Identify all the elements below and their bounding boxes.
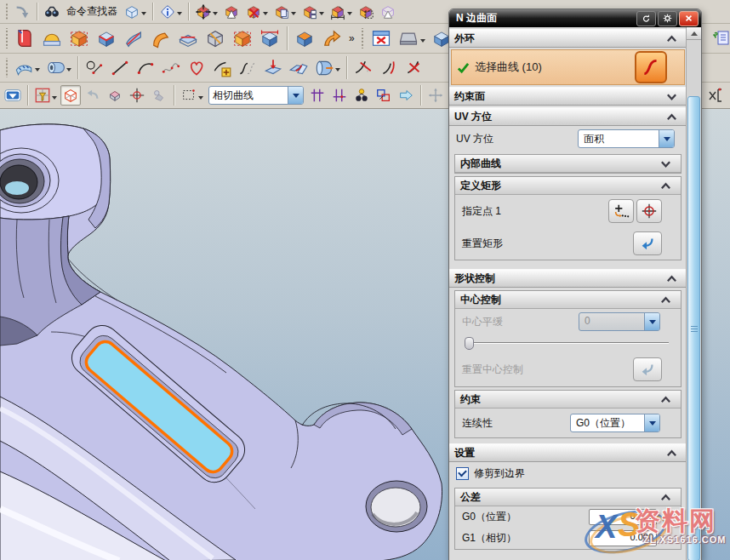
- section-shape-control[interactable]: 形状控制: [449, 269, 687, 288]
- selection-filter-icon[interactable]: [32, 85, 59, 106]
- delete-curve-icon[interactable]: [402, 56, 426, 80]
- center-flat-slider[interactable]: [464, 336, 670, 349]
- view-cube-icon[interactable]: [122, 2, 148, 22]
- window-close-icon[interactable]: [368, 26, 394, 51]
- erase-highlight-icon[interactable]: [105, 85, 125, 106]
- dropdown-arrow-icon[interactable]: [291, 12, 296, 18]
- trim-sheet-icon[interactable]: [175, 26, 201, 51]
- intersection-snap-icon[interactable]: [307, 85, 328, 106]
- find-component-icon[interactable]: [351, 85, 372, 106]
- dropdown-arrow-icon[interactable]: [420, 39, 425, 45]
- command-finder-icon[interactable]: [42, 2, 62, 22]
- chevron-up-icon[interactable]: [661, 113, 682, 121]
- dialog-settings-gear-icon[interactable]: [658, 11, 677, 26]
- spinner-down-icon[interactable]: [644, 313, 659, 330]
- measure-cube-icon[interactable]: [328, 2, 354, 22]
- dropdown-arrow-icon[interactable]: [66, 68, 71, 74]
- toolbar-grip[interactable]: [4, 58, 9, 77]
- uv-orientation-dropdown[interactable]: 面积: [578, 129, 675, 148]
- toolbar-grip[interactable]: [4, 28, 9, 49]
- type-filter-dropdown[interactable]: [3, 85, 23, 106]
- pan-icon[interactable]: [425, 85, 446, 106]
- dropdown-arrow-icon[interactable]: [644, 414, 659, 431]
- select-curve-row[interactable]: 选择曲线 (10): [451, 49, 685, 85]
- intersection-snap2-icon[interactable]: [329, 85, 350, 106]
- reset-center-button[interactable]: [633, 357, 662, 381]
- dropdown-arrow-icon[interactable]: [263, 12, 268, 18]
- scroll-up-icon[interactable]: [687, 27, 701, 40]
- band-box-icon[interactable]: [94, 26, 119, 51]
- section-constraints[interactable]: 约束: [455, 391, 681, 409]
- sheet-swoosh-icon[interactable]: [121, 26, 146, 51]
- dialog-reset-button[interactable]: [636, 11, 656, 26]
- dropdown-arrow-icon[interactable]: [213, 12, 218, 18]
- chevron-up-icon[interactable]: [655, 182, 676, 190]
- studio-spline-icon[interactable]: [159, 56, 183, 80]
- blend-icon[interactable]: [148, 26, 174, 51]
- offset-face-icon[interactable]: [257, 26, 282, 51]
- bounded-plane-icon[interactable]: [230, 26, 255, 51]
- dialog-titlebar[interactable]: N 边曲面: [449, 9, 701, 27]
- curve-on-surface-icon[interactable]: [210, 56, 234, 80]
- profile-icon[interactable]: [83, 56, 106, 80]
- line-icon[interactable]: [108, 56, 132, 80]
- curve-rule-button[interactable]: [635, 51, 667, 83]
- dropdown-arrow-icon[interactable]: [319, 12, 324, 18]
- chevron-up-icon[interactable]: [655, 396, 676, 403]
- chevron-down-icon[interactable]: [655, 160, 676, 168]
- select-stack-icon[interactable]: [374, 85, 394, 106]
- scrollbar-thumb[interactable]: [687, 96, 700, 560]
- section-outer-loop[interactable]: 外环: [449, 29, 687, 48]
- trim-curve-icon[interactable]: [351, 56, 375, 80]
- extend-curve-icon[interactable]: [377, 56, 401, 80]
- ghost-cube-icon[interactable]: [378, 2, 398, 22]
- marquee-select-icon[interactable]: [179, 85, 205, 106]
- surface-check-icon[interactable]: [12, 56, 42, 80]
- wrap-curve-icon[interactable]: [312, 56, 342, 80]
- chevron-up-icon[interactable]: [661, 449, 682, 457]
- curve-rule-combo[interactable]: 相切曲线: [208, 86, 304, 105]
- snap-cube-icon[interactable]: [60, 85, 81, 106]
- part-navigator-icon[interactable]: [710, 26, 730, 49]
- arc-icon[interactable]: [134, 56, 157, 80]
- dropdown-arrow-icon[interactable]: [177, 12, 182, 18]
- g0-tolerance-input[interactable]: 0.025: [589, 509, 657, 525]
- section-interior-curves[interactable]: 内部曲线: [455, 155, 681, 173]
- marquee-cube-icon[interactable]: [356, 2, 376, 22]
- dome-feature-icon[interactable]: [39, 26, 65, 51]
- chevron-up-icon[interactable]: [661, 35, 682, 43]
- swept-icon[interactable]: [319, 26, 345, 51]
- extrude-icon[interactable]: [66, 26, 92, 51]
- section-define-rectangle[interactable]: 定义矩形: [455, 177, 681, 195]
- continuity-dropdown[interactable]: G0（位置）: [570, 414, 660, 432]
- point-dialog-button[interactable]: [608, 199, 634, 223]
- dropdown-arrow-icon[interactable]: [35, 68, 40, 74]
- offset-clamp-icon[interactable]: [704, 84, 727, 106]
- section-settings[interactable]: 设置: [449, 443, 687, 462]
- tube-icon[interactable]: [43, 56, 73, 80]
- snap-point-icon[interactable]: [127, 85, 147, 106]
- g1-tolerance-input[interactable]: 0.000: [589, 530, 657, 546]
- undo-icon[interactable]: [83, 85, 103, 106]
- section-box-icon[interactable]: [202, 26, 228, 51]
- dropdown-arrow-icon[interactable]: [141, 12, 146, 18]
- dropdown-arrow-icon[interactable]: [288, 87, 303, 104]
- art-spline-icon[interactable]: [185, 56, 208, 80]
- next-selection-icon[interactable]: [396, 85, 416, 106]
- center-flat-spinner[interactable]: 0: [579, 312, 660, 331]
- chevron-up-icon[interactable]: [655, 494, 676, 501]
- specify-point-button[interactable]: [636, 199, 662, 223]
- dropdown-arrow-icon[interactable]: [659, 130, 674, 147]
- dropdown-arrow-icon[interactable]: [52, 96, 57, 102]
- info-icon[interactable]: [157, 2, 184, 22]
- dropdown-arrow-icon[interactable]: [335, 68, 340, 74]
- display-triangle-icon[interactable]: [221, 2, 242, 22]
- toolbar-grip[interactable]: [4, 3, 9, 20]
- section-constraint-faces[interactable]: 约束面: [449, 87, 687, 106]
- layer-panes-icon[interactable]: [299, 2, 326, 22]
- section-tolerance[interactable]: 公差: [455, 489, 681, 506]
- trim-to-boundary-checkbox[interactable]: [456, 467, 469, 480]
- shell-icon[interactable]: [292, 26, 317, 51]
- redo-arrow-icon[interactable]: [12, 2, 32, 22]
- dialog-scrollbar[interactable]: [686, 27, 701, 560]
